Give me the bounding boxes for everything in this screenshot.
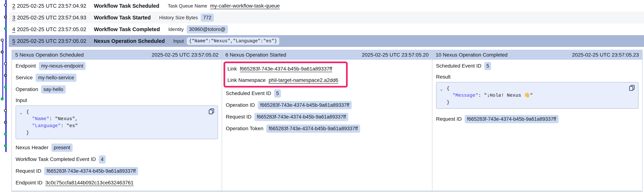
field-row: Request IDf665283f-743e-4374-b45b-9a61a8… [16,165,218,177]
panel-title: 6 Nexus Operation Started [225,52,286,58]
event-timestamp: 2025-02-25 UTC 23:57:05.02 [17,26,94,32]
event-status-dot [4,121,7,124]
json-code-block: ⌄{"Message": "¡Hola! Nexus 👋"} [436,82,638,109]
event-attr-value: 30960@totoro@ [187,25,228,33]
event-status-dot [4,4,7,6]
event-status-dot [4,62,7,65]
event-detail-panels: 5 Nexus Operation Scheduled2025-02-25 UT… [12,50,642,192]
panel-body: Linkf665283f-743e-4374-b45b-9a61a89337ff… [222,60,432,134]
event-row-3[interactable]: 32025-02-25 UTC 23:57:04.93Workflow Task… [9,12,644,23]
panel-timestamp: 2025-02-25 UTC 23:57:05.20 [362,52,428,58]
event-status-dot [4,133,7,136]
code-line: { [436,85,638,92]
event-status-dot [4,86,7,89]
event-attr-link[interactable]: my-caller-workflow-task-queue [210,3,280,8]
json-text: } [447,100,450,105]
field-value-badge: f665283f-743e-4374-b45b-9a61a89337ff [266,125,360,133]
event-status-dot [4,109,7,112]
field-value-badge: say-hello [41,85,66,94]
field-value-badge: 4 [99,155,106,164]
field-label: Operation Token [226,126,263,132]
code-line: "Name": "Nexus", [16,115,218,122]
event-status-dot [1,97,4,100]
field-label: Result [436,74,450,80]
field-value-link[interactable]: phil-target-namespace2.a2dd6 [269,77,338,83]
field-row: Request IDf665283f-743e-4374-b45b-9a61a8… [226,111,428,123]
field-label: Request ID [436,116,462,122]
json-key: "Name" [32,116,49,122]
field-section-label-row: Input [16,95,218,105]
event-timestamp: 2025-02-25 UTC 23:57:04.93 [17,15,94,21]
field-label: Service [16,75,33,81]
event-attr-label: Task Queue Name [168,3,207,9]
event-row-5[interactable]: 52025-02-25 UTC 23:57:05.02Nexus Operati… [9,35,644,47]
collapse-chevron-icon[interactable]: ⌄ [20,110,22,115]
field-row: Operation IDf665283f-743e-4374-b45b-9a61… [226,99,428,111]
event-rows: 22025-02-25 UTC 23:57:04.92Workflow Task… [0,0,644,47]
panel-header: 6 Nexus Operation Started2025-02-25 UTC … [222,50,432,60]
field-label: Link [228,66,237,72]
field-value-badge: my-hello-service [36,74,76,82]
workflow-event-history: 22025-02-25 UTC 23:57:04.92Workflow Task… [0,0,644,193]
event-row-4[interactable]: 42025-02-25 UTC 23:57:05.02Workflow Task… [9,23,644,35]
field-value-badge: 5 [274,89,281,98]
event-attr-label: Identity [168,26,184,32]
field-row: Workflow Task Completed Event ID4 [16,154,218,165]
field-value-link[interactable]: f665283f-743e-4374-b45b-9a61a89337ff [240,66,332,72]
field-row: Endpointmy-nexus-endpoint [16,60,218,72]
event-name: Nexus Operation Scheduled [94,38,165,44]
detail-panel-3: 10 Nexus Operation Completed2025-02-25 U… [432,50,642,191]
timeline-gutter [0,0,12,193]
field-label: Workflow Task Completed Event ID [16,156,96,162]
event-status-dot [4,144,7,147]
field-row: Operation Tokenf665283f-743e-4374-b45b-9… [226,123,428,134]
field-row: Link Namespacephil-target-namespace2.a2d… [228,74,346,86]
field-row: Operationsay-hello [16,83,218,95]
copy-icon[interactable] [208,108,215,115]
event-attr-badge: 30960@totoro@ [187,25,228,33]
field-value-badge: my-nexus-endpoint [39,62,86,70]
json-text: : "¡Hola! Nexus 👋" [478,93,533,98]
event-status-dot [4,15,7,18]
json-text: } [26,130,29,136]
event-attr-label: Input [173,38,184,44]
code-line: } [16,129,218,136]
json-key: "Message" [452,93,478,98]
panel-header: 5 Nexus Operation Scheduled2025-02-25 UT… [12,50,222,60]
event-status-dot [1,50,4,53]
field-section-label-row: Result [436,72,638,82]
field-value-badge: f665283f-743e-4374-b45b-9a61a89337ff [254,113,348,121]
annotation-highlight-box: Linkf665283f-743e-4374-b45b-9a61a89337ff… [224,61,348,88]
event-status-dot [4,74,7,77]
code-line: } [436,99,638,106]
field-row: Scheduled Event ID5 [436,60,638,72]
field-label: Request ID [16,168,41,174]
field-row: Endpoint ID3c0c75ccfa8144b092c13ce632463… [16,177,218,189]
json-key: "Language" [32,123,61,129]
event-row-2[interactable]: 22025-02-25 UTC 23:57:04.92Workflow Task… [9,0,644,12]
json-text: : "Nexus", [49,116,78,122]
field-label: Operation [16,86,38,92]
code-line: "Message": "¡Hola! Nexus 👋" [436,92,638,99]
field-value-badge: f665283f-743e-4374-b45b-9a61a89337ff [44,167,138,175]
event-attr-badge: {"Name":"Nexus","Language":"es"} [187,37,279,45]
event-name: Workflow Task Started [94,15,151,21]
json-text: { [447,86,450,91]
code-line: { [16,108,218,115]
event-status-dot [4,27,7,30]
field-value-badge: 5 [484,62,491,70]
json-text: { [26,109,29,115]
field-value-badge: f665283f-743e-4374-b45b-9a61a89337ff [465,115,558,123]
event-name: Workflow Task Scheduled [94,3,159,9]
panel-body: Scheduled Event ID5Result⌄{"Message": "¡… [432,60,642,125]
collapse-chevron-icon[interactable]: ⌄ [440,86,443,92]
field-label: Scheduled Event ID [436,63,482,69]
field-label: Operation ID [226,102,255,108]
copy-icon[interactable] [628,85,635,91]
event-attr-label: History Size Bytes [159,15,198,20]
field-label: Request ID [226,114,252,120]
event-attr-badge: 772 [201,13,214,22]
field-value-link[interactable]: 3c0c75ccfa8144b092c13ce632463761 [45,180,134,186]
field-value-badge: f665283f-743e-4374-b45b-9a61a89337ff [258,101,352,109]
field-row: Nexus Headerpresent [16,142,218,154]
